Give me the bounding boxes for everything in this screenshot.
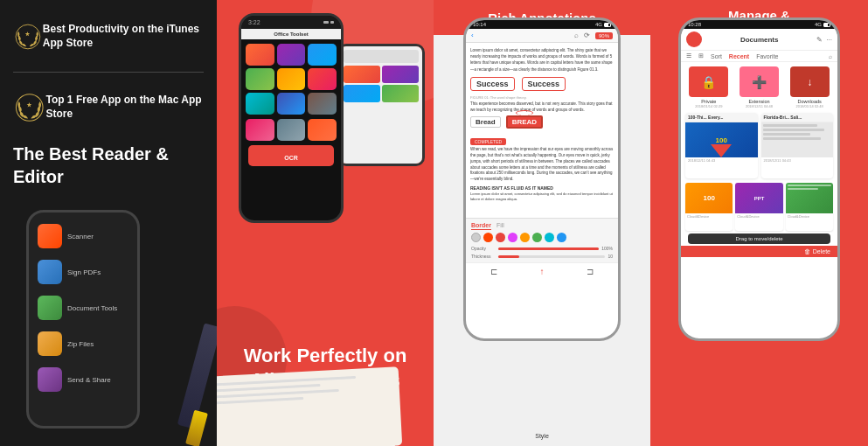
color-swatch-cyan (545, 233, 554, 242)
search-icon-doc[interactable]: ⌕ (829, 53, 832, 59)
opacity-control: Opacity 100% (471, 246, 613, 251)
cloud-label-1: Cloud&Device (685, 213, 733, 220)
cloud-preview-1: 100 (685, 183, 733, 213)
scanner-label: Scanner (67, 233, 94, 240)
favorite-label[interactable]: Favorite (756, 53, 778, 59)
phone-mockup-3: 10:14 4G ‹ ⌕ ⟳ 90% L (455, 17, 629, 341)
svg-text:★: ★ (26, 32, 29, 36)
opacity-slider-fill (498, 247, 599, 250)
doc-label: Document Tools (67, 304, 117, 312)
folder-downloads: ↓ Downloads 2018/01/14 02:48 (786, 66, 833, 108)
main-tagline: The Best Reader & Editor (13, 143, 204, 188)
cloud-doc-3: Cloud&Device (786, 183, 833, 231)
nav-icon-share: ↑ (539, 267, 544, 276)
bread-compare-row: Bread BREAD (470, 115, 614, 129)
opacity-value: 100% (601, 246, 613, 251)
doc-thumb-title-1: 100-Thi... Every... (685, 113, 758, 122)
folder-date-extension: 2018/12/11 04:48 (736, 104, 783, 108)
annotation-controls: Border Fill Opacity (466, 218, 618, 262)
user-avatar (686, 31, 702, 47)
phone-mockup-1: Scanner Sign PDFs Document Tools Zip Fil… (13, 210, 153, 446)
trash-icon: 🗑 (804, 248, 810, 254)
reading-body: Lorem ipsum dolor sit amet, consectetur … (470, 192, 614, 202)
folder-icon-private: 🔒 (689, 66, 728, 97)
style-label: Style (535, 433, 549, 439)
app-item-zip: Zip Files (34, 327, 132, 360)
opacity-slider-track (498, 247, 599, 250)
opacity-label: Opacity (471, 246, 496, 251)
thickness-slider-fill (498, 255, 519, 258)
badge-text-2: Top 1 Free App on the Mac App Store (45, 94, 204, 121)
phone-mockup-4: 10:28 4G Documents ✎ ··· ☰ (672, 17, 847, 341)
laurel-icon-2: ★ (13, 88, 45, 127)
app-item-scanner: Scanner (34, 220, 132, 253)
delete-bar[interactable]: 🗑 Delete (681, 246, 837, 257)
figure-caption: FIGURE 01: The word shape theory. (470, 95, 614, 100)
doc-date-2: 2018/12/11 04:43 (761, 157, 834, 164)
notebook-page-1 (217, 366, 402, 446)
svg-text:★: ★ (28, 103, 31, 107)
more-icon[interactable]: ··· (826, 36, 832, 44)
doc-thumb-100things: 100-Thi... Every... 100 2018/12/11 04:43 (685, 113, 758, 178)
app-item-sign: Sign PDFs (34, 255, 132, 289)
cloud-device-row: 100 Cloud&Device PPT Cloud&Device Cloud&… (681, 183, 837, 233)
success-word-normal: Success (470, 77, 515, 91)
color-swatch-orange (520, 233, 530, 242)
toolbar-actions: ✎ ··· (816, 36, 832, 44)
phone-status-bar-4: 10:28 4G (681, 20, 837, 29)
doc-app-icon (38, 296, 62, 320)
delete-label: Delete (813, 248, 830, 254)
border-tab: Border (471, 222, 491, 230)
doc-thumb-title-2: Florida-Bri... Sali... (761, 113, 834, 122)
doc-thumb-florida: Florida-Bri... Sali... 2018/12/11 04:43 (761, 113, 834, 178)
pdf-body-text: When we read, we have the impression tha… (470, 147, 614, 183)
folder-private: 🔒 Private 2018/01/14 02:29 (685, 66, 733, 108)
bread-highlighted: BREAD (506, 115, 543, 129)
cloud-doc-1: 100 Cloud&Device (685, 183, 733, 231)
color-swatch-coral (496, 233, 505, 242)
laurel-icon-1: ★ (13, 17, 43, 56)
scanner-app-icon (38, 224, 62, 248)
style-selector: Style (535, 433, 549, 439)
tablet-mockup (337, 44, 425, 166)
color-swatch-purple (508, 233, 517, 242)
color-swatch-gray (471, 233, 481, 242)
color-picker-row (471, 233, 613, 242)
color-swatch-green (532, 233, 542, 242)
badge-text-1: Best Productivity on the iTunes App Stor… (43, 23, 204, 50)
folder-date-downloads: 2018/01/14 02:48 (786, 104, 833, 108)
edit-icon[interactable]: ✎ (816, 36, 823, 44)
sign-app-icon (38, 260, 62, 284)
cloud-doc-2: PPT Cloud&Device (735, 183, 782, 231)
folder-icon-extension: ➕ (740, 66, 779, 97)
list-view-icon[interactable]: ☰ (686, 52, 691, 59)
pdf-nav-toolbar: ‹ ⌕ ⟳ 90% (466, 29, 618, 43)
send-app-icon (38, 367, 62, 392)
doc-thumbnails-grid: 100-Thi... Every... 100 2018/12/11 04:43… (681, 113, 837, 183)
color-swatch-red (483, 233, 493, 242)
sort-label[interactable]: Sort (711, 53, 722, 59)
sort-view-bar: ☰ ⊞ Sort Recent Favorite ⌕ (681, 51, 837, 62)
nav-icon-forward: ⊐ (587, 267, 594, 276)
zip-app-icon (38, 331, 62, 356)
badge-productivity: ★ Best Productivity on the iTunes App St… (13, 17, 204, 56)
cloud-label-3: Cloud&Device (786, 213, 833, 220)
folder-date-private: 2018/01/14 02:29 (685, 104, 733, 108)
app-item-doc: Document Tools (34, 291, 132, 324)
app-item-send: Send & Share (34, 363, 132, 396)
pdf-bottom-nav: ⊏ ↑ ⊐ (466, 262, 618, 280)
word-compare: Success Success (470, 77, 614, 91)
phone-mockup-2: 3:22 Office Toolset (239, 13, 344, 223)
nav-icon-back: ⊏ (490, 267, 497, 276)
doc-title-label: Documents (740, 36, 779, 44)
doc-preview-2 (761, 122, 834, 157)
divider-1 (13, 72, 204, 73)
fill-tab: Fill (496, 222, 504, 230)
panel-organize: Manage &Organize PDFs 10:28 4G Documents… (650, 0, 868, 446)
grid-view-icon[interactable]: ⊞ (698, 52, 704, 59)
recent-label[interactable]: Recent (729, 53, 749, 59)
thickness-value: 10 (608, 254, 613, 259)
doc-preview-1: 100 (685, 122, 758, 157)
send-label: Send & Share (67, 376, 111, 384)
phone-status-bar-3: 10:14 4G (466, 20, 618, 29)
